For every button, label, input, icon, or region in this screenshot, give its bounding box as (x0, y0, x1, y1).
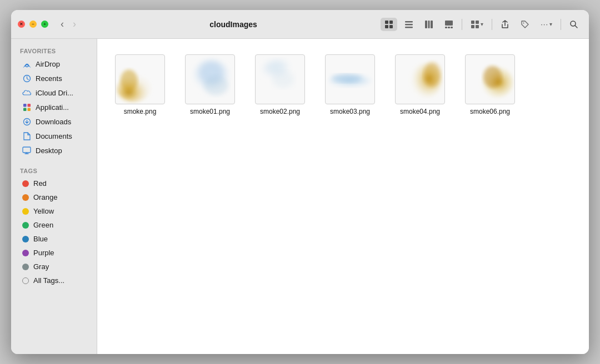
file-item[interactable]: smoke03.png (321, 50, 379, 120)
documents-icon (22, 132, 31, 140)
sidebar-item-tag-orange[interactable]: Orange (13, 190, 94, 204)
search-button[interactable] (566, 18, 582, 31)
file-item[interactable]: smoke01.png (181, 50, 239, 120)
svg-point-18 (523, 22, 524, 23)
svg-point-32 (121, 69, 138, 92)
separator-2 (492, 19, 492, 30)
columns-icon (424, 20, 433, 29)
applications-icon (22, 103, 31, 112)
main-area: Favorites AirDrop (11, 39, 589, 354)
list-icon (404, 20, 413, 29)
window-controls: ✕ − + (18, 21, 48, 28)
file-name: smoke06.png (470, 108, 510, 115)
sidebar-item-documents[interactable]: Documents (13, 129, 94, 143)
svg-rect-3 (389, 25, 393, 28)
downloads-label: Downloads (36, 118, 71, 126)
grid-icon (384, 20, 393, 29)
share-button[interactable] (497, 18, 513, 31)
svg-rect-25 (23, 108, 27, 111)
back-button[interactable]: ‹ (57, 17, 67, 31)
view-list-button[interactable] (401, 18, 417, 31)
file-item[interactable]: smoke02.png (251, 50, 309, 120)
svg-rect-0 (385, 21, 388, 24)
more-button[interactable]: ··· ▾ (537, 18, 556, 31)
sidebar-item-airdrop[interactable]: AirDrop (13, 57, 94, 71)
sidebar-item-downloads[interactable]: Downloads (13, 114, 94, 129)
file-thumbnail (255, 54, 305, 104)
minimize-button[interactable]: − (29, 21, 37, 28)
tag-dot-green (22, 222, 29, 229)
window-title: cloudImages (86, 20, 381, 29)
svg-rect-16 (471, 25, 474, 28)
svg-rect-5 (405, 24, 413, 26)
tag-button[interactable] (517, 18, 533, 31)
file-name: smoke03.png (330, 108, 370, 115)
desktop-icon (22, 146, 31, 155)
content-area: smoke.png smoke01.png smoke02.png (97, 39, 589, 354)
tag-label-purple: Purple (33, 249, 54, 257)
icloud-icon (22, 88, 31, 97)
file-name: smoke04.png (400, 108, 440, 115)
downloads-icon (22, 117, 31, 126)
file-item[interactable]: smoke04.png (391, 50, 449, 120)
file-item[interactable]: smoke.png (111, 50, 169, 120)
sidebar-item-icloud[interactable]: iCloud Dri... (13, 85, 94, 100)
sidebar-item-tag-purple[interactable]: Purple (13, 246, 94, 260)
group-button[interactable]: ▾ (467, 18, 487, 31)
svg-rect-2 (385, 25, 388, 28)
svg-rect-26 (27, 108, 31, 111)
file-thumbnail (115, 54, 165, 104)
tag-dot-purple (22, 250, 29, 256)
tag-dot-gray (22, 264, 29, 270)
sidebar-item-recents[interactable]: Recents (13, 71, 94, 85)
svg-rect-17 (476, 25, 479, 28)
svg-point-42 (483, 66, 502, 88)
applications-label: Applicati... (36, 103, 69, 112)
sidebar-item-desktop[interactable]: Desktop (13, 143, 94, 158)
sidebar-item-tag-gray[interactable]: Gray (13, 260, 94, 274)
documents-label: Documents (36, 132, 72, 140)
svg-rect-10 (445, 21, 453, 26)
airdrop-label: AirDrop (36, 60, 60, 68)
tag-label-red: Red (33, 179, 47, 188)
svg-rect-6 (405, 27, 413, 28)
svg-rect-12 (448, 27, 450, 28)
titlebar: ✕ − + ‹ › cloudImages (11, 10, 589, 39)
tag-label-alltags: All Tags... (33, 276, 64, 285)
svg-point-36 (272, 71, 294, 88)
maximize-button[interactable]: + (41, 21, 48, 28)
svg-rect-7 (425, 21, 427, 28)
sidebar-item-tag-yellow[interactable]: Yellow (13, 204, 94, 218)
tag-label-yellow: Yellow (33, 207, 54, 215)
svg-point-38 (332, 74, 362, 82)
tag-label-green: Green (33, 221, 53, 229)
forward-button[interactable]: › (69, 17, 79, 31)
separator-3 (561, 19, 561, 30)
svg-rect-23 (23, 104, 27, 107)
view-gallery-button[interactable] (441, 18, 457, 31)
separator-1 (462, 19, 462, 30)
svg-rect-28 (23, 147, 31, 153)
favorites-section-label: Favorites (11, 46, 97, 57)
search-icon (569, 20, 578, 29)
sidebar-item-tag-alltags[interactable]: All Tags... (13, 274, 94, 287)
sidebar-item-applications[interactable]: Applicati... (13, 100, 94, 114)
airdrop-icon (22, 59, 31, 68)
close-button[interactable]: ✕ (18, 21, 25, 28)
file-thumbnail (185, 54, 235, 104)
sidebar-item-tag-blue[interactable]: Blue (13, 232, 94, 246)
group-icon (471, 20, 479, 29)
more-chevron-icon: ▾ (549, 21, 552, 27)
svg-rect-14 (471, 21, 474, 24)
sidebar-item-tag-red[interactable]: Red (13, 176, 94, 190)
file-name: smoke02.png (260, 108, 300, 115)
view-grid-button[interactable] (381, 18, 397, 31)
svg-rect-4 (405, 21, 413, 23)
file-thumbnail (465, 54, 515, 104)
ellipsis-icon: ··· (541, 20, 548, 28)
sidebar-item-tag-green[interactable]: Green (13, 218, 94, 232)
file-item[interactable]: smoke06.png (461, 50, 519, 120)
icloud-label: iCloud Dri... (36, 89, 73, 97)
svg-rect-8 (428, 21, 430, 28)
view-columns-button[interactable] (421, 18, 437, 31)
